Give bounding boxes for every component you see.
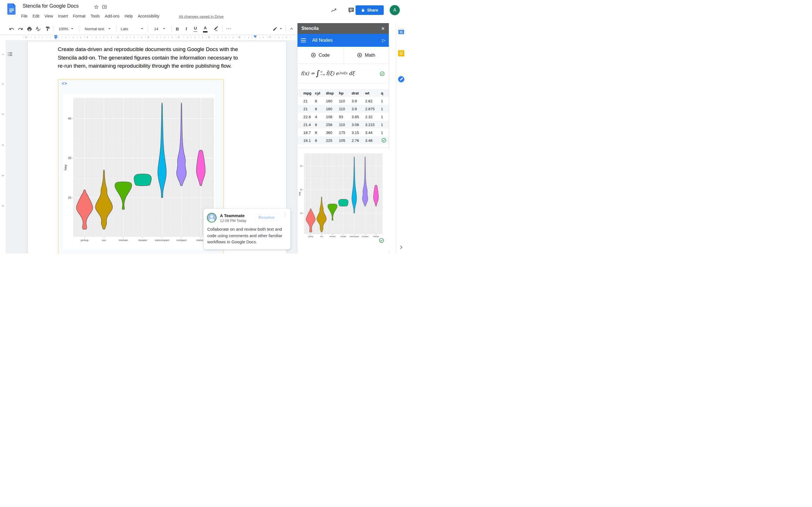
nav-label: All Nodes	[312, 38, 382, 43]
paragraph-line: Create data-driven and reproducible docu…	[58, 45, 238, 54]
check-success-icon	[381, 137, 387, 143]
paragraph-style-select[interactable]: Normal text	[82, 22, 113, 35]
menu-format[interactable]: Format	[70, 13, 88, 19]
comment-history-icon[interactable]	[348, 7, 355, 14]
close-icon[interactable]: ✕	[381, 26, 385, 31]
redo-button[interactable]	[17, 22, 24, 35]
x-category-label: pickup	[81, 238, 88, 242]
left-indent-marker[interactable]	[54, 37, 58, 39]
document-paragraph[interactable]: Create data-driven and reproducible docu…	[58, 45, 238, 70]
ruler-ticks	[24, 37, 293, 38]
pencil-icon	[273, 26, 278, 31]
ruler-number: 6	[238, 36, 241, 39]
expand-rail-icon[interactable]	[399, 245, 404, 251]
tasks-icon[interactable]	[398, 76, 404, 82]
add-math-button[interactable]: Math	[343, 47, 389, 63]
toolbar-divider	[79, 25, 79, 32]
keep-icon[interactable]	[398, 50, 404, 56]
table-cell: 6	[315, 105, 326, 113]
y-tick-label: 20	[300, 212, 302, 214]
google-docs-logo-icon[interactable]	[7, 3, 16, 16]
document-outline-icon[interactable]	[7, 51, 13, 58]
menu-accessibility[interactable]: Accessibility	[135, 13, 162, 19]
table-cell: 21	[297, 97, 315, 105]
add-code-button[interactable]: Code	[297, 47, 343, 63]
paint-format-button[interactable]	[44, 22, 51, 35]
table-cell: 3.9	[352, 97, 365, 105]
highlight-color-button[interactable]	[212, 22, 220, 35]
table-cell: 22.8	[297, 113, 315, 121]
star-icon[interactable]	[94, 4, 99, 11]
more-options-button[interactable]: ⋯	[225, 22, 233, 35]
vertical-ruler-number: 4	[1, 143, 4, 147]
menu-edit[interactable]: Edit	[30, 13, 42, 19]
table-cell: 6	[315, 121, 326, 128]
stencila-figure-block[interactable]: <> 203040pickupsuvminivan2seatersubcompa…	[58, 79, 224, 253]
violin-chart-thumbnail: 203040pickupsuvminivan2seatersubcompactc…	[299, 150, 389, 250]
figure-node[interactable]: 203040pickupsuvminivan2seatersubcompactc…	[297, 148, 389, 250]
font-select[interactable]: Lato	[119, 22, 145, 35]
first-line-indent-marker[interactable]	[54, 35, 57, 37]
chevron-down-icon	[71, 28, 73, 29]
vertical-ruler-number: 1	[1, 52, 4, 56]
comment-timestamp: 12:09 PM Today	[220, 219, 246, 223]
menu-addons[interactable]: Add-ons	[102, 13, 122, 19]
comment-menu-icon[interactable]: ⋮	[283, 213, 286, 216]
document-title[interactable]: Stencila for Google Docs	[22, 3, 79, 9]
italic-button[interactable]: I	[183, 22, 190, 35]
print-button[interactable]	[26, 22, 33, 35]
bold-button[interactable]: B	[174, 22, 181, 35]
table-cell: 1	[381, 113, 389, 121]
table-row: 22.84108933.852.321	[297, 113, 389, 121]
table-cell: 160	[326, 97, 339, 105]
table-cell: 1	[381, 121, 389, 128]
menu-help[interactable]: Help	[122, 13, 135, 19]
x-category-label: minivan	[329, 235, 336, 237]
run-all-icon[interactable]: ▷	[382, 38, 386, 43]
math-node[interactable]: f(x) = ∫ ∞−∞ f̂(ξ) e2πiξx dξ	[297, 64, 389, 83]
underline-button[interactable]: U	[192, 22, 199, 35]
table-cell: 360	[326, 128, 339, 136]
document-insights-icon[interactable]	[331, 7, 338, 14]
text-color-button[interactable]: A	[201, 22, 209, 35]
menu-file[interactable]: File	[19, 13, 30, 19]
font-size-select[interactable]: 14	[151, 22, 169, 35]
paragraph-line: re-run them, maintaining reproducibility…	[58, 62, 238, 70]
save-status[interactable]: All changes saved in Drive	[179, 14, 224, 19]
editing-mode-button[interactable]	[271, 22, 284, 35]
comment-card[interactable]: A Teammate 12:09 PM Today Resolve ⋮ Coll…	[203, 208, 291, 249]
data-table-node[interactable]: mpgcyldisphpdratwtq 2161601103.92.621216…	[297, 83, 389, 148]
menu-tools[interactable]: Tools	[88, 13, 102, 19]
horizontal-ruler[interactable]: 11234567	[6, 35, 297, 40]
undo-button[interactable]	[8, 22, 15, 35]
table-cell: 258	[326, 121, 339, 128]
spelling-check-button[interactable]	[35, 22, 42, 35]
zoom-select[interactable]: 100%	[56, 22, 75, 35]
move-to-folder-icon[interactable]	[102, 4, 107, 11]
table-header-cyl: cyl	[315, 89, 326, 97]
account-avatar[interactable]: A	[390, 5, 400, 15]
menu-view[interactable]: View	[42, 13, 56, 19]
chevron-down-icon	[141, 28, 143, 29]
table-cell: 110	[339, 121, 352, 128]
x-category-label: subcompact	[349, 235, 359, 238]
table-header-disp: disp	[326, 89, 339, 97]
calendar-icon[interactable]: 31	[398, 28, 404, 35]
table-cell: 1	[381, 128, 389, 136]
table-header-wt: wt	[365, 89, 381, 97]
right-indent-marker[interactable]	[253, 36, 257, 38]
sidebar-nav-all-nodes[interactable]: All Nodes ▷	[297, 34, 389, 47]
collapse-toolbar-button[interactable]	[288, 22, 295, 35]
resolve-button[interactable]: Resolve	[255, 214, 278, 221]
google-docs-app: Create data-driven and reproducible docu…	[0, 0, 406, 253]
share-button[interactable]: Share	[355, 5, 384, 15]
menu-bar: FileEditViewInsertFormatToolsAdd-onsHelp…	[19, 13, 162, 19]
menu-insert[interactable]: Insert	[56, 13, 70, 19]
code-chip-icon[interactable]: <>	[62, 81, 67, 86]
menu-icon[interactable]	[301, 38, 306, 43]
table-cell: 108	[326, 113, 339, 121]
x-category-label: midsize	[373, 235, 379, 237]
x-category-label: subcompact	[155, 238, 169, 242]
table-cell: 175	[339, 128, 352, 136]
table-row: 2161601103.92.8751	[297, 105, 389, 113]
